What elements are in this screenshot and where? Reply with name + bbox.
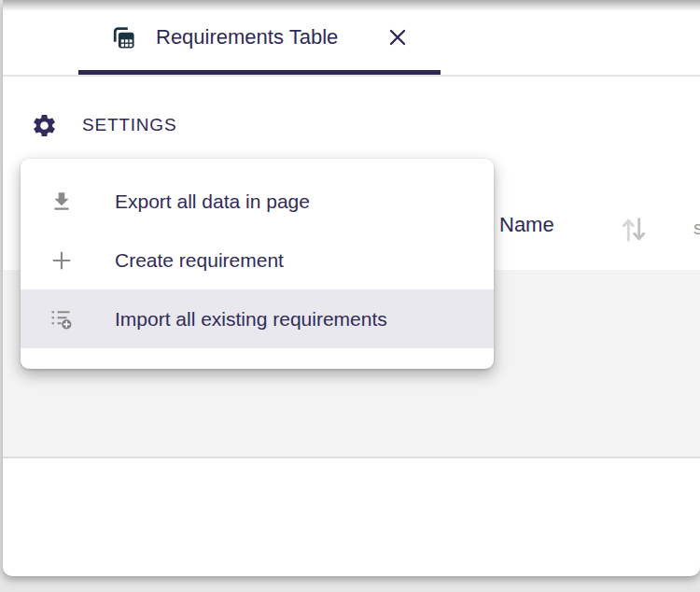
- menu-item-label: Create requirement: [115, 249, 284, 272]
- tab-bar: Requirements Table: [3, 0, 700, 77]
- gear-icon: [31, 112, 58, 139]
- content-card: Requirements Table SETTINGS Name s: [3, 0, 700, 576]
- plus-icon: [49, 248, 74, 273]
- settings-button[interactable]: SETTINGS: [31, 110, 176, 140]
- table-footer-divider: [3, 457, 700, 458]
- menu-item-create[interactable]: Create requirement: [21, 231, 494, 289]
- sort-arrows-icon[interactable]: [618, 211, 650, 248]
- active-tab-underline: [78, 70, 441, 75]
- menu-item-label: Import all existing requirements: [115, 308, 387, 331]
- tab-requirements-table[interactable]: Requirements Table: [78, 0, 441, 75]
- clipped-next-column-text: s: [693, 218, 700, 242]
- settings-label: SETTINGS: [82, 115, 176, 135]
- playlist-add-icon: [49, 307, 74, 331]
- menu-item-import[interactable]: Import all existing requirements: [21, 289, 494, 348]
- app-window: Requirements Table SETTINGS Name s: [0, 0, 700, 592]
- column-header-name[interactable]: Name: [499, 213, 554, 237]
- tab-label: Requirements Table: [156, 25, 338, 49]
- menu-item-export[interactable]: Export all data in page: [21, 172, 494, 231]
- menu-item-label: Export all data in page: [115, 190, 310, 213]
- settings-dropdown-menu: Export all data in page Create requireme…: [21, 159, 494, 369]
- download-icon: [49, 190, 74, 214]
- close-icon[interactable]: [385, 24, 411, 50]
- table-icon: [109, 23, 137, 51]
